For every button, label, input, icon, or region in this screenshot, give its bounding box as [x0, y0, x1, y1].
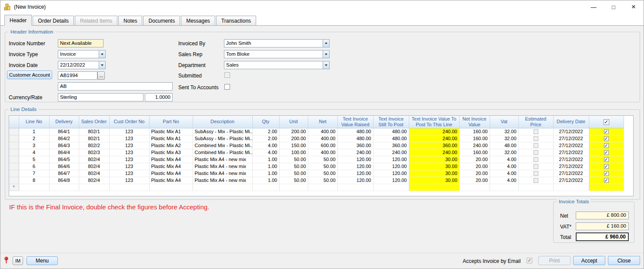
- row-select-checkbox[interactable]: ✓: [604, 178, 609, 183]
- cell-qty[interactable]: 1.00: [252, 156, 279, 163]
- cell-unit[interactable]: 50.00: [279, 156, 308, 163]
- chevron-down-icon[interactable]: [323, 50, 329, 58]
- cell-net-invoice-value[interactable]: 160.00: [459, 128, 490, 135]
- cell-part-no[interactable]: Plastic Mix A1: [149, 128, 193, 135]
- cell-cust-order-no[interactable]: 123: [109, 135, 149, 142]
- cell-net[interactable]: 400.00: [308, 128, 337, 135]
- menu-button[interactable]: Menu: [27, 256, 58, 265]
- cell-line-no[interactable]: 4: [19, 149, 49, 156]
- cell-cust-order-no[interactable]: 123: [109, 177, 149, 184]
- cell-net[interactable]: 400.00: [308, 149, 337, 156]
- customer-name-field[interactable]: AB: [58, 82, 173, 91]
- row-selector[interactable]: [9, 149, 19, 156]
- cell-description[interactable]: Plastic Mix A4 - new mix: [193, 156, 252, 163]
- tab-header[interactable]: Header: [4, 15, 32, 26]
- cell-net-invoice-value[interactable]: 240.00: [459, 142, 490, 149]
- cell-delivery[interactable]: 864/8: [49, 177, 79, 184]
- row-selector[interactable]: [9, 163, 19, 170]
- im-button[interactable]: IM: [13, 256, 23, 265]
- cell-still-to-post[interactable]: 240.00: [373, 149, 409, 156]
- cell-delivery-date[interactable]: 27/12/2022: [553, 156, 589, 163]
- cell-unit[interactable]: 200.00: [279, 135, 308, 142]
- cell-net-invoice-value[interactable]: 20.00: [459, 163, 490, 170]
- col-header-estimated-price[interactable]: Estimated Price: [518, 116, 553, 128]
- cell-line-no[interactable]: 2: [19, 135, 49, 142]
- cell-part-no[interactable]: Plastic Mix A4: [149, 156, 193, 163]
- cell-description[interactable]: Combined Mix - Plastic Mi...: [193, 149, 252, 156]
- row-select-checkbox[interactable]: ✓: [604, 136, 609, 141]
- row-select-checkbox[interactable]: ✓: [604, 150, 609, 155]
- cell-qty[interactable]: 1.00: [252, 163, 279, 170]
- cell-value-raised[interactable]: 240.00: [337, 149, 373, 156]
- cell-cust-order-no[interactable]: 123: [109, 170, 149, 177]
- cell-value-raised[interactable]: 120.00: [337, 170, 373, 177]
- cell-vat[interactable]: 32.00: [490, 149, 518, 156]
- cell-estimated-price[interactable]: ✓: [518, 128, 553, 135]
- cell-delivery-date[interactable]: 27/12/2022: [553, 177, 589, 184]
- cell-sales-order-empty[interactable]: [79, 184, 109, 191]
- invoice-type-select[interactable]: Invoice: [58, 50, 106, 58]
- col-header-to-post-this-line[interactable]: Text Invoice Value To Post To This Line: [409, 116, 459, 128]
- cell-still-to-post[interactable]: 120.00: [373, 163, 409, 170]
- rate-field[interactable]: 1.0000: [145, 93, 173, 101]
- cell-net-invoice-value[interactable]: 20.00: [459, 170, 490, 177]
- cell-estimated-price[interactable]: ✓: [518, 135, 553, 142]
- cell-selected[interactable]: ✓: [589, 149, 624, 156]
- tab-messages[interactable]: Messages: [181, 16, 215, 25]
- cell-still-to-post[interactable]: 120.00: [373, 177, 409, 184]
- cell-net[interactable]: 400.00: [308, 135, 337, 142]
- customer-account-code-field[interactable]: AB1994: [58, 71, 97, 80]
- col-header-part-no[interactable]: Part No: [149, 116, 193, 128]
- cell-sales-order[interactable]: 802/3: [79, 149, 109, 156]
- col-header-vat[interactable]: Vat: [490, 116, 518, 128]
- cell-to-post-this-line[interactable]: 30.00: [409, 156, 459, 163]
- col-header-line-no[interactable]: Line No: [19, 116, 49, 128]
- col-header-net-invoice-value[interactable]: Net Invoice Value: [459, 116, 490, 128]
- cell-delivery[interactable]: 864/6: [49, 163, 79, 170]
- cell-to-post-this-line[interactable]: 240.00: [409, 149, 459, 156]
- cell-estimated-price[interactable]: ✓: [518, 149, 553, 156]
- cell-sales-order[interactable]: 802/4: [79, 177, 109, 184]
- cell-to-post-this-line[interactable]: 240.00: [409, 128, 459, 135]
- cell-still-to-post[interactable]: 120.00: [373, 156, 409, 163]
- cell-line-no-empty[interactable]: [19, 184, 49, 191]
- cell-to-post-this-line-empty[interactable]: [409, 184, 459, 191]
- cell-cust-order-no[interactable]: 123: [109, 163, 149, 170]
- cell-sales-order[interactable]: 802/2: [79, 142, 109, 149]
- new-row-marker[interactable]: *: [9, 184, 19, 191]
- cell-delivery-date[interactable]: 27/12/2022: [553, 163, 589, 170]
- cell-line-no[interactable]: 8: [19, 177, 49, 184]
- chevron-down-icon[interactable]: [99, 50, 105, 58]
- cell-part-no[interactable]: Plastic Mix A4: [149, 170, 193, 177]
- cell-estimated-price-empty[interactable]: [518, 184, 553, 191]
- pin-icon[interactable]: [3, 256, 9, 266]
- cell-net[interactable]: 600.00: [308, 142, 337, 149]
- cell-delivery-date[interactable]: 27/12/2022: [553, 170, 589, 177]
- invoice-number-field[interactable]: Next Available: [58, 39, 103, 47]
- cell-vat[interactable]: 4.00: [490, 170, 518, 177]
- cell-part-no[interactable]: Plastic Mix A1: [149, 135, 193, 142]
- cell-to-post-this-line[interactable]: 30.00: [409, 170, 459, 177]
- row-selector[interactable]: [9, 177, 19, 184]
- cell-still-to-post[interactable]: 360.00: [373, 142, 409, 149]
- row-selector[interactable]: [9, 170, 19, 177]
- sent-to-accounts-checkbox[interactable]: ✓: [224, 84, 230, 90]
- row-select-checkbox[interactable]: ✓: [604, 129, 609, 134]
- cell-vat[interactable]: 48.00: [490, 142, 518, 149]
- cell-value-raised[interactable]: 480.00: [337, 135, 373, 142]
- row-select-checkbox[interactable]: ✓: [604, 157, 609, 162]
- cell-estimated-price[interactable]: ✓: [518, 170, 553, 177]
- cell-description[interactable]: Plastic Mix A4 - new mix: [193, 170, 252, 177]
- cell-selected[interactable]: ✓: [589, 177, 624, 184]
- col-header-delivery-date[interactable]: Delivery Date: [553, 116, 589, 128]
- cell-net[interactable]: 50.00: [308, 156, 337, 163]
- row-select-checkbox[interactable]: ✓: [604, 164, 609, 169]
- col-header-net[interactable]: Net: [308, 116, 337, 128]
- cell-sales-order[interactable]: 802/1: [79, 135, 109, 142]
- tab-notes[interactable]: Notes: [118, 16, 142, 25]
- cell-qty[interactable]: 4.00: [252, 142, 279, 149]
- cell-vat[interactable]: 4.00: [490, 156, 518, 163]
- cell-sales-order[interactable]: 802/1: [79, 128, 109, 135]
- cell-to-post-this-line[interactable]: 30.00: [409, 163, 459, 170]
- cell-vat[interactable]: 4.00: [490, 177, 518, 184]
